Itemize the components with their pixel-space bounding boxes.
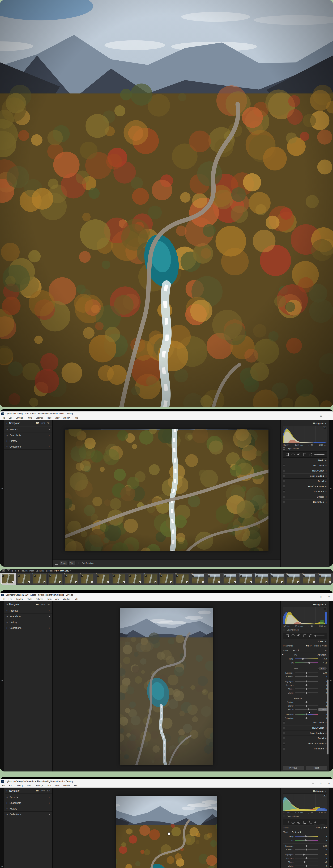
slider-thumb[interactable]	[305, 845, 308, 847]
sidebar-item-collections[interactable]: ▶Collections+	[4, 444, 53, 450]
panel-toggle[interactable]	[283, 480, 285, 482]
clipping-indicator-icon[interactable]: ▲	[323, 426, 326, 429]
menu-tools[interactable]: Tools	[47, 416, 52, 419]
menu-window[interactable]: Window	[63, 598, 70, 600]
slider-thumb[interactable]	[305, 701, 308, 703]
sidebar-item-presets[interactable]: ▶Presets+	[4, 427, 53, 432]
zoom-100[interactable]: 100%	[40, 790, 45, 792]
flag-badge-icon[interactable]	[250, 581, 252, 583]
treatment-bw[interactable]: Black & White	[314, 645, 327, 647]
slider-thumb[interactable]	[305, 684, 308, 686]
flag-badge-icon[interactable]	[91, 581, 93, 583]
menu-develop[interactable]: Develop	[15, 416, 23, 419]
zoom-fit[interactable]: FIT	[36, 603, 39, 606]
panel-toggle[interactable]	[283, 464, 285, 467]
rotate-badge-icon[interactable]: ⇄	[176, 575, 178, 577]
panel-effects[interactable]: Effects◀	[283, 494, 327, 499]
add-icon[interactable]: +	[48, 445, 50, 448]
histogram[interactable]: ▲	[283, 607, 327, 625]
adjustment-brush-tool-icon[interactable]	[314, 820, 325, 824]
menu-help[interactable]: Help	[74, 784, 78, 787]
slider-track[interactable]	[295, 662, 318, 663]
slider-track[interactable]	[295, 702, 318, 702]
panel-toggle[interactable]	[283, 727, 285, 729]
rotate-badge-icon[interactable]: ⇄	[256, 575, 258, 577]
slider-track[interactable]	[295, 685, 318, 685]
menu-file[interactable]: File	[2, 598, 5, 600]
navigator-header[interactable]: ▶ Navigator FIT 100% 25%	[4, 601, 53, 607]
menu-edit[interactable]: Edit	[8, 598, 12, 600]
menu-window[interactable]: Window	[63, 416, 70, 419]
slider-track[interactable]	[295, 688, 318, 689]
filmstrip-thumbnail-3[interactable]: 3⇄	[32, 573, 47, 585]
radial-filter-tool-icon[interactable]	[308, 820, 313, 824]
mask-new-button[interactable]: New	[316, 827, 320, 829]
rotate-badge-icon[interactable]: ⇄	[319, 575, 321, 577]
red-eye-tool-icon[interactable]	[297, 634, 301, 638]
slider-thumb[interactable]	[305, 672, 308, 674]
flag-badge-icon[interactable]	[313, 581, 315, 583]
graduated-filter-tool-icon[interactable]	[303, 453, 307, 456]
radial-filter-tool-icon[interactable]	[308, 634, 313, 638]
filmstrip-thumbnail-5[interactable]: 5⇄	[64, 573, 79, 585]
mask-edit-button[interactable]: Edit	[323, 827, 327, 829]
clipping-indicator-icon[interactable]: ▲	[323, 794, 326, 797]
flag-badge-icon[interactable]	[218, 581, 220, 583]
before-after-button[interactable]: R | A▾	[60, 561, 67, 565]
menu-photo[interactable]: Photo	[27, 784, 32, 787]
add-icon[interactable]: +	[48, 802, 50, 804]
flag-badge-icon[interactable]	[297, 581, 299, 583]
panel-toggle[interactable]	[283, 737, 285, 739]
flag-badge-icon[interactable]	[12, 581, 14, 583]
reset-button[interactable]: Reset	[306, 766, 327, 770]
slider-track[interactable]	[295, 658, 318, 659]
soft-proofing-checkbox[interactable]	[78, 562, 81, 564]
menu-file[interactable]: File	[2, 416, 5, 419]
flag-badge-icon[interactable]	[139, 581, 141, 583]
menu-settings[interactable]: Settings	[36, 416, 43, 419]
profile-value[interactable]: Color ⇅	[292, 649, 299, 652]
loupe-view-icon[interactable]	[55, 562, 58, 564]
clipping-indicator-icon[interactable]: ▲	[323, 608, 326, 610]
panel-lens-corrections[interactable]: Lens Corrections◀	[283, 741, 327, 746]
rotate-badge-icon[interactable]: ⇄	[65, 575, 67, 577]
rotate-badge-icon[interactable]: ⇄	[145, 575, 146, 577]
sidebar-item-presets[interactable]: ▶Presets+	[4, 608, 53, 614]
menu-view[interactable]: View	[55, 784, 60, 787]
filmstrip-thumbnail-15[interactable]: 15⇄	[222, 573, 238, 585]
split-view-button[interactable]: Y | Y▾	[68, 561, 75, 565]
red-eye-tool-icon[interactable]	[297, 453, 301, 456]
menu-window[interactable]: Window	[63, 784, 70, 787]
histogram-header[interactable]: Histogram▼	[283, 421, 327, 426]
wb-eyedropper-icon[interactable]: ✒	[281, 652, 285, 656]
filmstrip-thumbnail-18[interactable]: 18⇄	[269, 573, 285, 585]
minimize-button[interactable]: —	[309, 593, 317, 601]
flag-badge-icon[interactable]	[281, 581, 283, 583]
menu-help[interactable]: Help	[74, 598, 78, 600]
rotate-badge-icon[interactable]: ⇄	[208, 575, 210, 577]
menu-view[interactable]: View	[55, 598, 60, 600]
slider-track[interactable]	[295, 854, 318, 855]
slider-track[interactable]	[295, 866, 318, 866]
screen-1-button[interactable]: 1	[2, 569, 5, 572]
panel-toggle[interactable]	[283, 501, 285, 503]
adjustment-brush-tool-icon[interactable]	[314, 634, 325, 638]
menu-edit[interactable]: Edit	[8, 416, 12, 419]
histogram-header[interactable]: Histogram▼	[283, 789, 327, 793]
original-photo-row[interactable]: Original Photo	[283, 814, 327, 819]
slider-thumb[interactable]	[305, 675, 308, 678]
soft-proofing-row[interactable]: Soft Proofing	[78, 562, 94, 564]
flag-badge-icon[interactable]	[28, 581, 30, 583]
zoom-100[interactable]: 100%	[40, 603, 45, 606]
slider-thumb[interactable]	[305, 680, 308, 683]
zoom-25[interactable]: 25%	[47, 790, 50, 792]
flag-badge-icon[interactable]	[186, 581, 188, 583]
red-eye-tool-icon[interactable]	[297, 820, 301, 824]
panel-toggle[interactable]	[283, 475, 285, 477]
slider-thumb[interactable]	[305, 839, 307, 841]
original-photo-row[interactable]: Original Photo	[283, 628, 327, 632]
close-button[interactable]: ✕	[325, 779, 333, 787]
add-icon[interactable]: +	[48, 796, 50, 799]
filmstrip-thumbnail-20[interactable]: 20⇄	[301, 573, 317, 585]
spot-removal-tool-icon[interactable]	[291, 453, 295, 456]
